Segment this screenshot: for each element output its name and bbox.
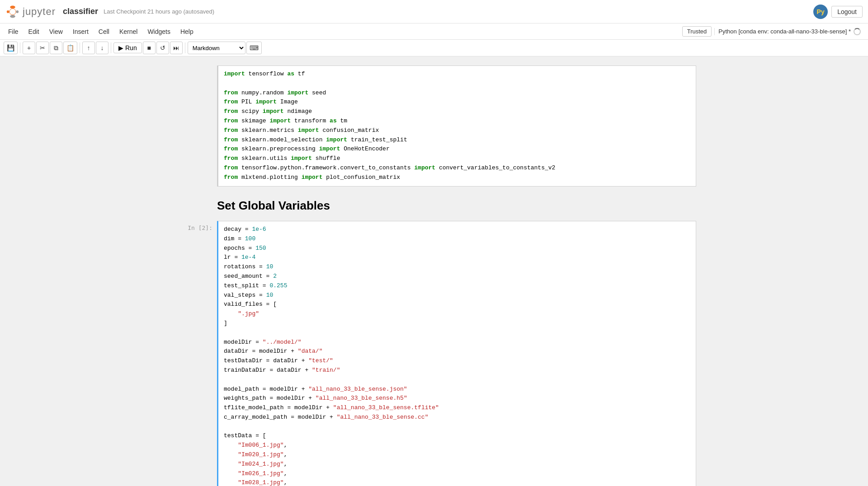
globals-cell: In [2]: decay = 1e-6 dim = 100 epochs = … [172,221,696,486]
toolbar: 💾 + ✂ ⧉ 📋 ↑ ↓ ▶ Run ■ ↺ ⏭ Markdown Code … [0,40,868,56]
save-button[interactable]: 💾 [4,42,18,54]
main-content: import tensorflow as tf from numpy.rando… [0,56,868,486]
restart-button[interactable]: ↺ [156,42,169,54]
python-icon: Py [813,5,828,19]
toolbar-separator-2 [80,42,80,53]
paste-cell-button[interactable]: 📋 [63,42,77,54]
cell-prompt [172,65,217,187]
jupyter-logo-icon [5,5,20,19]
logout-button[interactable]: Logout [831,6,863,18]
toolbar-separator-4 [185,42,185,53]
section-heading: Set Global Variables [217,197,696,214]
kernel-spinner-icon [854,28,861,35]
menu-widgets[interactable]: Widgets [143,26,175,37]
globals-cell-input-area: In [2]: decay = 1e-6 dim = 100 epochs = … [172,221,696,486]
globals-cell-body[interactable]: decay = 1e-6 dim = 100 epochs = 150 lr =… [217,221,696,486]
toolbar-separator-3 [111,42,111,53]
menubar: File Edit View Insert Cell Kernel Widget… [0,23,868,40]
globals-cell-prompt: In [2]: [172,221,217,486]
kernel-info: Python [conda env: conda-all-nano-33-ble… [714,28,864,35]
keyboard-shortcut-button[interactable]: ⌨ [246,42,262,54]
move-down-button[interactable]: ↓ [96,42,108,54]
checkpoint-info: Last Checkpoint 21 hours ago (autosaved) [104,8,214,15]
interrupt-button[interactable]: ■ [143,42,156,54]
import-cell: import tensorflow as tf from numpy.rando… [172,65,696,187]
globals-cell-code: decay = 1e-6 dim = 100 epochs = 150 lr =… [224,225,690,486]
menu-view[interactable]: View [45,26,67,37]
cell-body-imports[interactable]: import tensorflow as tf from numpy.rando… [217,65,696,187]
jupyter-wordmark: jupyter [23,6,56,18]
trusted-button[interactable]: Trusted [682,26,712,37]
cut-cell-button[interactable]: ✂ [36,42,49,54]
cell-code-imports: import tensorflow as tf from numpy.rando… [224,70,690,182]
svg-point-3 [16,10,19,13]
menu-cell[interactable]: Cell [94,26,114,37]
notebook-title[interactable]: classifier [63,7,98,16]
run-icon: ▶ [118,44,123,51]
move-up-button[interactable]: ↑ [82,42,95,54]
svg-point-2 [7,10,9,13]
menu-help[interactable]: Help [176,26,198,37]
add-cell-button[interactable]: + [23,42,35,54]
menu-file[interactable]: File [4,26,23,37]
menu-edit[interactable]: Edit [24,26,44,37]
notebook-container: import tensorflow as tf from numpy.rando… [163,65,705,486]
run-button[interactable]: ▶ Run [113,42,142,53]
jupyter-logo: jupyter [5,5,56,19]
menu-insert[interactable]: Insert [68,26,93,37]
cell-type-select[interactable]: Markdown Code Raw NBConvert Heading [188,42,245,54]
restart-run-button[interactable]: ⏭ [170,42,183,54]
svg-point-1 [10,15,15,18]
svg-point-4 [9,8,16,14]
cell-input-area: import tensorflow as tf from numpy.rando… [172,65,696,187]
svg-point-0 [10,5,15,8]
copy-cell-button[interactable]: ⧉ [50,42,62,54]
toolbar-separator-1 [20,42,20,53]
topbar: jupyter classifier Last Checkpoint 21 ho… [0,0,868,23]
menu-kernel[interactable]: Kernel [115,26,142,37]
